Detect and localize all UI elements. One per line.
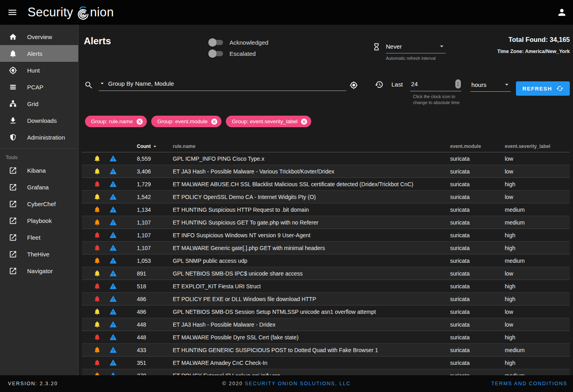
alert-warning-icon[interactable]: [105, 295, 121, 303]
sidebar-item-downloads[interactable]: Downloads: [0, 112, 78, 129]
table-row[interactable]: 1,107 ET INFO Suspicious Windows NT vers…: [82, 229, 570, 242]
table-row[interactable]: 1,134 ET HUNTING Suspicious HTTP Request…: [82, 203, 570, 216]
table-row[interactable]: 1,053 GPL SNMP public access udp suricat…: [82, 254, 570, 267]
escalated-toggle[interactable]: Escalated: [209, 48, 269, 59]
time-unit-select[interactable]: hours: [470, 80, 511, 92]
close-icon[interactable]: [300, 118, 308, 125]
sidebar-item-thehive[interactable]: TheHive: [0, 246, 78, 262]
time-value-input[interactable]: 24: [410, 80, 461, 91]
table-row[interactable]: 1,107 ET MALWARE Generic gate[.].php GET…: [82, 242, 570, 254]
sidebar-item-playbook[interactable]: Playbook: [0, 212, 78, 229]
search-input[interactable]: Group By Name, Module: [99, 80, 346, 91]
sidebar-item-grafana[interactable]: Grafana: [0, 179, 78, 195]
severity-bell-icon[interactable]: [89, 206, 105, 213]
severity-bell-icon[interactable]: [89, 257, 105, 264]
acknowledged-toggle[interactable]: Acknowledged: [209, 37, 269, 48]
column-header-event-module[interactable]: event.module: [450, 144, 505, 149]
sidebar-item-navigator[interactable]: Navigator: [0, 262, 78, 279]
table-row[interactable]: 3,406 ET JA3 Hash - Possible Malware - V…: [82, 165, 570, 178]
table-row[interactable]: 1,729 ET MALWARE ABUSE.CH SSL Blacklist …: [82, 178, 570, 191]
alert-warning-icon[interactable]: [105, 180, 121, 188]
refresh-button[interactable]: REFRESH: [516, 81, 570, 96]
severity-bell-icon[interactable]: [89, 372, 105, 375]
alert-warning-icon[interactable]: [105, 359, 121, 366]
count-cell: 1,053: [137, 258, 173, 264]
severity-bell-icon[interactable]: [89, 295, 105, 303]
sidebar-item-overview[interactable]: Overview: [0, 28, 78, 45]
table-row[interactable]: 1,542 ET POLICY OpenSSL Demo CA - Intern…: [82, 191, 570, 203]
table-row[interactable]: 891 GPL NETBIOS SMB-DS IPC$ unicode shar…: [82, 267, 570, 280]
sidebar-item-alerts[interactable]: Alerts: [0, 45, 78, 62]
table-row[interactable]: 433 ET HUNTING GENERIC SUSPICIOUS POST t…: [82, 344, 570, 357]
severity-bell-icon[interactable]: [89, 167, 105, 175]
alert-warning-icon[interactable]: [105, 321, 121, 328]
alert-warning-icon[interactable]: [105, 257, 121, 264]
table-row[interactable]: 8,559 GPL ICMP_INFO PING Cisco Type.x su…: [82, 152, 570, 165]
severity-bell-icon[interactable]: [89, 359, 105, 366]
sidebar-item-pcap[interactable]: PCAP: [0, 79, 78, 95]
alert-warning-icon[interactable]: [105, 219, 121, 226]
table-row[interactable]: 518 ET EXPLOIT_KIT Fiesta URI Struct sur…: [82, 280, 570, 293]
severity-bell-icon[interactable]: [89, 231, 105, 239]
severity-bell-icon[interactable]: [89, 180, 105, 188]
table-row[interactable]: 351 ET MALWARE Amadey CnC Check-In suric…: [82, 357, 570, 369]
sidebar-item-fleet[interactable]: Fleet: [0, 229, 78, 246]
alert-warning-icon[interactable]: [105, 206, 121, 213]
severity-bell-icon[interactable]: [89, 155, 105, 162]
sidebar-item-administration[interactable]: Administration: [0, 129, 78, 146]
sidebar-item-hunt[interactable]: Hunt: [0, 62, 78, 79]
table-row[interactable]: 486 GPL NETBIOS SMB-DS Session Setup NTM…: [82, 305, 570, 318]
alert-warning-icon[interactable]: [105, 155, 121, 162]
sidebar-item-cyberchef[interactable]: CyberChef: [0, 195, 78, 212]
toggle-track[interactable]: [210, 51, 223, 56]
alert-warning-icon[interactable]: [105, 244, 121, 252]
column-header-rule-name[interactable]: rule.name: [173, 144, 450, 149]
clock-history-icon[interactable]: [375, 80, 383, 89]
severity-bell-icon[interactable]: [89, 244, 105, 252]
number-spinner[interactable]: [455, 79, 461, 89]
table-row[interactable]: 1,107 ET HUNTING Suspicious GET To gate.…: [82, 216, 570, 229]
alert-warning-icon[interactable]: [105, 270, 121, 277]
severity-bell-icon[interactable]: [89, 333, 105, 341]
sidebar-item-kibana[interactable]: Kibana: [0, 162, 78, 179]
chevron-down-icon[interactable]: [99, 80, 106, 87]
close-icon[interactable]: [211, 118, 218, 125]
column-header-count[interactable]: Count: [137, 143, 173, 150]
severity-bell-icon[interactable]: [89, 193, 105, 201]
terms-link[interactable]: TERMS AND CONDITIONS: [491, 381, 567, 386]
group-chip[interactable]: Group: event.severity_label: [226, 116, 311, 127]
alert-warning-icon[interactable]: [105, 333, 121, 341]
refresh-interval-select[interactable]: Never: [386, 42, 446, 53]
table-row[interactable]: 448 ET MALWARE Possible Dyre SSL Cert (f…: [82, 331, 570, 344]
table-row[interactable]: 448 ET JA3 Hash - Possible Malware - Dri…: [82, 318, 570, 331]
severity-bell-icon[interactable]: [89, 282, 105, 290]
group-chip[interactable]: Group: event.module: [151, 116, 221, 127]
user-account-icon[interactable]: [557, 7, 567, 18]
severity-bell-icon[interactable]: [89, 346, 105, 354]
filter-target-icon[interactable]: [350, 81, 358, 89]
toggle-track[interactable]: [210, 40, 223, 45]
alert-warning-icon[interactable]: [105, 346, 121, 354]
menu-icon[interactable]: [6, 6, 19, 19]
copyright-link[interactable]: SECURITY ONION SOLUTIONS, LLC: [245, 381, 351, 386]
severity-bell-icon[interactable]: [89, 321, 105, 328]
alert-warning-icon[interactable]: [105, 282, 121, 290]
alert-warning-icon[interactable]: [105, 167, 121, 175]
alert-warning-icon[interactable]: [105, 372, 121, 375]
group-chip[interactable]: Group: rule.name: [85, 116, 147, 127]
alert-warning-icon[interactable]: [105, 308, 121, 315]
table-row[interactable]: 270 ET POLICY External IP Lookup api.ipi…: [82, 369, 570, 375]
sitemap-icon: [9, 100, 17, 108]
close-icon[interactable]: [136, 118, 143, 125]
severity-bell-icon[interactable]: [89, 270, 105, 277]
severity-bell-icon[interactable]: [89, 219, 105, 226]
toggle-knob[interactable]: [208, 49, 217, 58]
alert-warning-icon[interactable]: [105, 231, 121, 239]
severity-bell-icon[interactable]: [89, 308, 105, 315]
column-header-severity-label[interactable]: event.severity_label: [505, 144, 570, 149]
alert-warning-icon[interactable]: [105, 193, 121, 201]
toggle-knob[interactable]: [208, 38, 217, 47]
sidebar-item-grid[interactable]: Grid: [0, 95, 78, 112]
sidebar: Overview Alerts Hunt PCAP Grid Downloads…: [0, 25, 79, 375]
table-row[interactable]: 486 ET POLICY PE EXE or DLL Windows file…: [82, 293, 570, 305]
